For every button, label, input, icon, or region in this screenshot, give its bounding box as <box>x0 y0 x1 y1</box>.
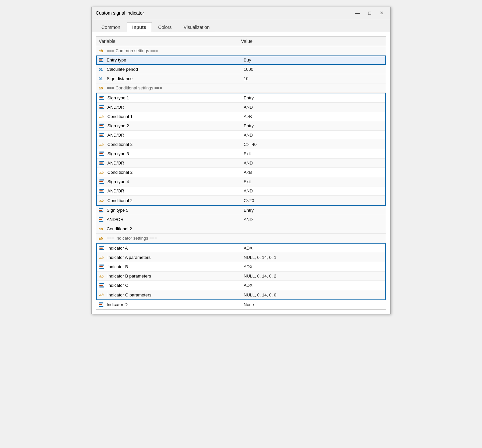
row-variable-text: Conditional 2 <box>107 170 133 175</box>
table-row[interactable]: ab Conditional 2 C<20 <box>97 196 385 205</box>
maximize-button[interactable]: □ <box>365 10 374 16</box>
cell-variable: Indicator A <box>97 244 241 252</box>
ab-icon: ab <box>99 86 105 90</box>
cell-value: ADX <box>241 263 385 271</box>
cell-variable: AND/OR <box>97 103 241 111</box>
list-icon <box>99 265 105 269</box>
table-row[interactable]: 01 Calculate period 1000 <box>96 65 386 74</box>
cell-variable: ab Conditional 2 <box>97 141 241 148</box>
table-row[interactable]: Sign type 4 Exit <box>97 177 385 186</box>
row-variable-text: Sign type 2 <box>107 123 129 128</box>
table-row[interactable]: ab Indicator B parameters NULL, 0, 14, 0… <box>97 272 385 281</box>
row-variable-text: Indicator C parameters <box>107 292 151 297</box>
cell-variable: Sign type 2 <box>97 122 241 130</box>
cell-value: Entry <box>241 94 385 102</box>
ab-icon: ab <box>99 198 105 202</box>
tab-content: Variable Value ab === Common settings ==… <box>92 32 390 314</box>
title-bar: Custom signal indicator — □ ✕ <box>92 7 390 19</box>
tab-visualization[interactable]: Visualization <box>178 22 215 32</box>
table-row[interactable]: AND/OR AND <box>97 186 385 196</box>
row-variable-text: Conditional 2 <box>107 198 133 203</box>
cell-variable: Indicator B <box>97 263 241 271</box>
table-header: Variable Value <box>96 37 386 46</box>
list-icon <box>99 161 105 165</box>
minimize-button[interactable]: — <box>353 10 362 16</box>
table-row[interactable]: ab === Conditional settings === <box>96 83 386 93</box>
tab-inputs[interactable]: Inputs <box>127 22 152 32</box>
close-button[interactable]: ✕ <box>377 10 386 16</box>
list-icon <box>99 246 105 250</box>
conditional-group: Sign type 1 Entry AND/OR AND ab C <box>96 93 386 206</box>
list-icon <box>99 124 105 128</box>
table-row[interactable]: AND/OR AND <box>97 159 385 168</box>
ab-icon: ab <box>99 170 105 174</box>
table-row[interactable]: Indicator C ADX <box>97 281 385 290</box>
table-row[interactable]: AND/OR AND <box>97 103 385 112</box>
table-row[interactable]: Indicator B ADX <box>97 262 385 272</box>
cell-value: Entry <box>241 206 386 214</box>
tab-colors[interactable]: Colors <box>153 22 177 32</box>
cell-value: A>B <box>241 113 385 120</box>
cell-variable: Sign type 4 <box>97 178 241 185</box>
row-variable-text: Indicator A parameters <box>107 255 151 260</box>
cell-value: AND <box>241 187 385 195</box>
list-icon <box>99 217 105 222</box>
table-row[interactable]: ab Indicator A parameters NULL, 0, 14, 0… <box>97 253 385 262</box>
cell-value <box>241 50 386 52</box>
cell-value: NULL, 0, 14, 0, 2 <box>241 272 385 280</box>
table-row[interactable]: AND/OR AND <box>97 131 385 140</box>
cell-variable: ab Indicator C parameters <box>97 291 241 299</box>
numeric-icon: 01 <box>99 77 105 81</box>
list-icon <box>99 105 105 109</box>
main-window: Custom signal indicator — □ ✕ Common Inp… <box>91 7 391 314</box>
cell-variable: AND/OR <box>97 187 241 195</box>
ab-icon: ab <box>99 143 105 147</box>
table-row[interactable]: ab Conditional 2 <box>96 224 386 234</box>
cell-value: ADX <box>241 281 385 289</box>
row-variable-text: Entry type <box>107 57 126 62</box>
cell-variable: Entry type <box>96 56 241 64</box>
table-row[interactable]: Entry type Buy <box>96 56 386 65</box>
cell-variable: 01 Sign distance <box>96 75 241 82</box>
tab-common[interactable]: Common <box>96 22 126 32</box>
table-row[interactable]: 01 Sign distance 10 <box>96 74 386 83</box>
list-icon <box>99 208 105 212</box>
list-icon <box>99 283 105 287</box>
table-row[interactable]: Sign type 2 Entry <box>97 121 385 131</box>
table-row[interactable]: ab === Common settings === <box>96 46 386 56</box>
cell-value: AND <box>241 103 385 111</box>
header-variable: Variable <box>99 39 241 44</box>
list-icon <box>99 96 105 100</box>
numeric-icon: 01 <box>99 67 105 71</box>
cell-variable: Indicator D <box>96 301 241 308</box>
table-row[interactable]: Sign type 5 Entry <box>96 206 386 215</box>
cell-value: C>=40 <box>241 141 385 148</box>
table-row[interactable]: ab Indicator C parameters NULL, 0, 14, 0… <box>97 290 385 299</box>
row-variable-text: === Indicator settings === <box>107 236 157 241</box>
row-variable-text: AND/OR <box>107 133 124 138</box>
list-icon <box>99 179 105 184</box>
table-row[interactable]: Indicator D None <box>96 300 386 309</box>
list-icon <box>99 152 105 156</box>
cell-value: Exit <box>241 150 385 158</box>
cell-value: AND <box>241 131 385 139</box>
cell-value: Exit <box>241 178 385 185</box>
row-variable-text: Conditional 1 <box>107 114 133 119</box>
row-variable-text: Indicator C <box>107 283 128 288</box>
table-row[interactable]: Sign type 3 Exit <box>97 149 385 159</box>
cell-variable: Sign type 3 <box>97 150 241 158</box>
cell-variable: ab === Common settings === <box>96 47 241 55</box>
row-variable-text: AND/OR <box>107 188 124 193</box>
row-variable-text: Sign type 4 <box>107 179 129 184</box>
ab-icon: ab <box>99 236 105 240</box>
table-row[interactable]: ab Conditional 1 A>B <box>97 112 385 121</box>
table-row[interactable]: AND/OR AND <box>96 215 386 224</box>
table-row[interactable]: Indicator A ADX <box>97 244 385 253</box>
cell-variable: Sign type 5 <box>96 206 241 214</box>
table-row[interactable]: ab Conditional 2 A<B <box>97 168 385 177</box>
table-row[interactable]: ab Conditional 2 C>=40 <box>97 140 385 149</box>
table-row[interactable]: Sign type 1 Entry <box>97 93 385 103</box>
cell-value: AND <box>241 159 385 167</box>
cell-variable: ab Conditional 2 <box>96 225 241 233</box>
table-row[interactable]: ab === Indicator settings === <box>96 234 386 243</box>
